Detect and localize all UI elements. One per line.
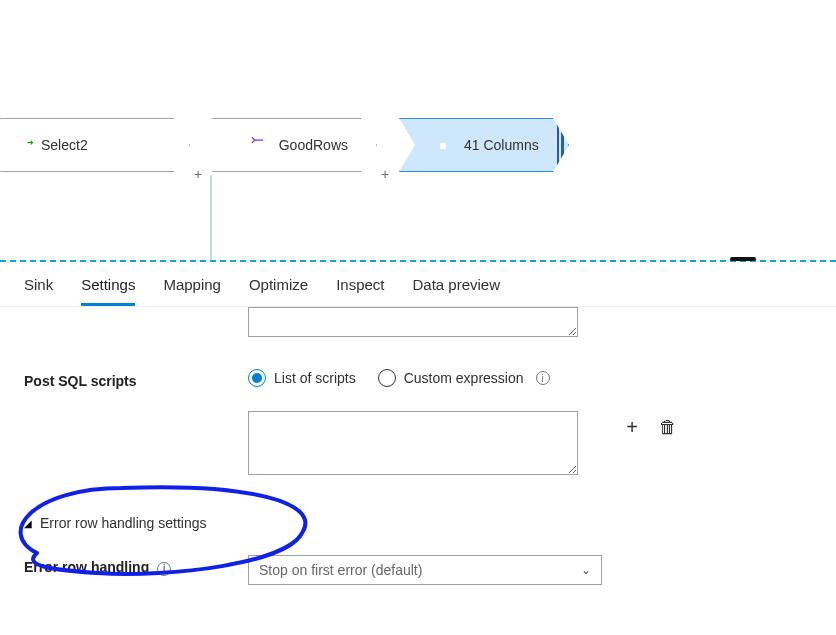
- settings-body: Post SQL scripts List of scripts Custom …: [0, 307, 836, 605]
- dropdown-value: Stop on first error (default): [259, 562, 422, 578]
- node-label: GoodRows: [279, 137, 348, 153]
- add-button[interactable]: +: [620, 415, 644, 439]
- panel-separator: [0, 260, 836, 262]
- node-gap: +: [377, 118, 399, 172]
- delete-button[interactable]: 🗑: [656, 415, 680, 439]
- radio-unselected-icon: [378, 369, 396, 387]
- node-label: 41 Columns: [464, 137, 539, 153]
- caret-down-icon: ◢: [24, 518, 32, 529]
- branch-connector: [210, 175, 212, 260]
- node-gap: +: [190, 118, 212, 172]
- dataflow-canvas[interactable]: Select2 + GoodRows + 41 Columns: [0, 0, 836, 260]
- error-section-header[interactable]: ◢ Error row handling settings: [24, 515, 812, 531]
- post-sql-label: Post SQL scripts: [24, 369, 224, 389]
- sink-node[interactable]: 41 Columns: [399, 118, 569, 172]
- sink-icon: [436, 136, 454, 154]
- tab-settings[interactable]: Settings: [81, 276, 135, 306]
- radio-label: List of scripts: [274, 370, 356, 386]
- tab-inspect[interactable]: Inspect: [336, 276, 384, 306]
- radio-label: Custom expression: [404, 370, 524, 386]
- post-sql-textarea[interactable]: [248, 411, 578, 475]
- add-node-icon[interactable]: +: [194, 166, 202, 182]
- tab-data-preview[interactable]: Data preview: [413, 276, 501, 306]
- radio-list-of-scripts[interactable]: List of scripts: [248, 369, 356, 387]
- tab-optimize[interactable]: Optimize: [249, 276, 308, 306]
- tab-mapping[interactable]: Mapping: [163, 276, 221, 306]
- select-node[interactable]: Select2: [0, 118, 190, 172]
- radio-selected-icon: [248, 369, 266, 387]
- blank-label: [24, 411, 224, 415]
- resize-handle[interactable]: [730, 257, 756, 261]
- node-label: Select2: [41, 137, 88, 153]
- section-header-label: Error row handling settings: [40, 515, 207, 531]
- post-sql-radio-group: List of scripts Custom expression i: [248, 369, 550, 387]
- error-row-handling-dropdown[interactable]: Stop on first error (default) ⌄: [248, 555, 602, 585]
- pre-sql-textarea[interactable]: [248, 307, 578, 337]
- conditional-split-icon: [253, 136, 269, 154]
- error-row-handling-label: Error row handling i: [24, 555, 224, 576]
- radio-custom-expression[interactable]: Custom expression i: [378, 369, 550, 387]
- info-icon[interactable]: i: [536, 371, 550, 385]
- info-icon[interactable]: i: [157, 562, 171, 576]
- add-node-icon[interactable]: +: [381, 166, 389, 182]
- select-icon: [13, 136, 31, 154]
- goodrows-node[interactable]: GoodRows: [212, 118, 377, 172]
- tab-bar: Sink Settings Mapping Optimize Inspect D…: [0, 262, 836, 307]
- chevron-down-icon: ⌄: [581, 563, 591, 577]
- tab-sink[interactable]: Sink: [24, 276, 53, 306]
- prev-row-spacer: [24, 307, 224, 311]
